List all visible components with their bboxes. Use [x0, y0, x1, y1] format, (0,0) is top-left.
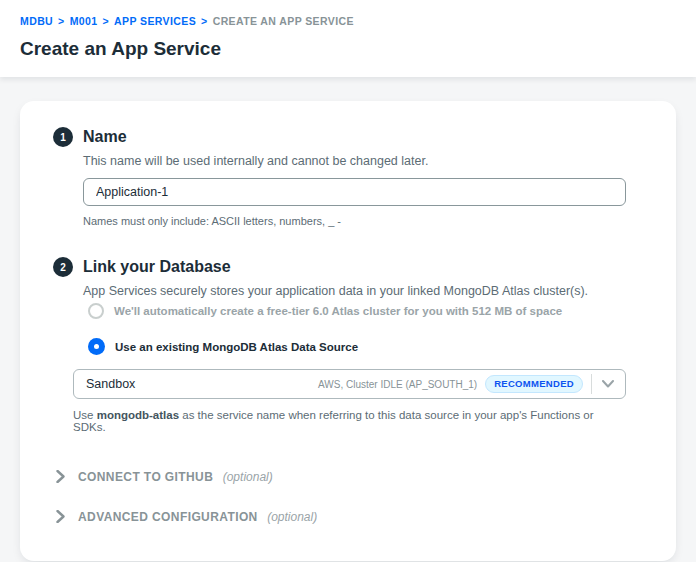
breadcrumb-link-mdbu[interactable]: MDBU: [20, 15, 53, 27]
breadcrumb-separator: >: [201, 15, 208, 27]
chevron-right-icon[interactable]: [56, 510, 65, 523]
page-header: MDBU > M001 > APP SERVICES > CREATE AN A…: [0, 0, 696, 77]
breadcrumb-separator: >: [103, 15, 110, 27]
name-section: 1 Name This name will be used internally…: [53, 127, 626, 227]
breadcrumb-current: CREATE AN APP SERVICE: [213, 15, 354, 27]
data-source-helper: Use mongodb-atlas as the service name wh…: [73, 409, 626, 433]
name-section-title: Name: [83, 128, 127, 146]
step-1-badge: 1: [53, 127, 73, 147]
name-input-helper: Names must only include: ASCII letters, …: [83, 215, 626, 227]
radio-selected-icon[interactable]: [88, 338, 105, 355]
create-app-service-card: 1 Name This name will be used internally…: [20, 101, 676, 561]
breadcrumb: MDBU > M001 > APP SERVICES > CREATE AN A…: [20, 15, 676, 27]
recommended-badge: RECOMMENDED: [485, 375, 583, 393]
connect-to-github-label: CONNECT TO GITHUB: [78, 470, 213, 484]
database-section-title: Link your Database: [83, 258, 231, 276]
radio-existing-label: Use an existing MongoDB Atlas Data Sourc…: [115, 341, 358, 353]
step-2-badge: 2: [53, 257, 73, 277]
radio-existing-data-source[interactable]: Use an existing MongoDB Atlas Data Sourc…: [88, 338, 626, 355]
data-source-selected-value: Sandbox: [86, 377, 135, 391]
radio-free-tier-cluster[interactable]: We'll automatically create a free-tier 6…: [88, 303, 626, 319]
connect-to-github-optional: (optional): [223, 470, 273, 484]
data-source-meta: AWS, Cluster IDLE (AP_SOUTH_1): [318, 379, 477, 390]
breadcrumb-link-app-services[interactable]: APP SERVICES: [114, 15, 196, 27]
radio-unselected-icon[interactable]: [88, 303, 104, 319]
advanced-configuration-label: ADVANCED CONFIGURATION: [78, 510, 258, 524]
page-title: Create an App Service: [20, 38, 676, 60]
select-divider: [591, 374, 592, 394]
app-name-input[interactable]: [83, 178, 626, 206]
name-section-description: This name will be used internally and ca…: [83, 154, 626, 168]
radio-free-tier-label: We'll automatically create a free-tier 6…: [114, 305, 562, 317]
chevron-right-icon[interactable]: [56, 470, 65, 483]
connect-to-github-toggle[interactable]: CONNECT TO GITHUB (optional): [56, 467, 626, 485]
data-source-select[interactable]: Sandbox AWS, Cluster IDLE (AP_SOUTH_1) R…: [73, 369, 626, 399]
database-section-description: App Services securely stores your applic…: [83, 284, 626, 298]
chevron-down-icon[interactable]: [600, 380, 616, 388]
breadcrumb-link-m001[interactable]: M001: [70, 15, 98, 27]
database-section: 2 Link your Database App Services secure…: [53, 257, 626, 433]
advanced-configuration-toggle[interactable]: ADVANCED CONFIGURATION (optional): [56, 507, 626, 525]
breadcrumb-separator: >: [58, 15, 65, 27]
advanced-configuration-optional: (optional): [267, 510, 317, 524]
